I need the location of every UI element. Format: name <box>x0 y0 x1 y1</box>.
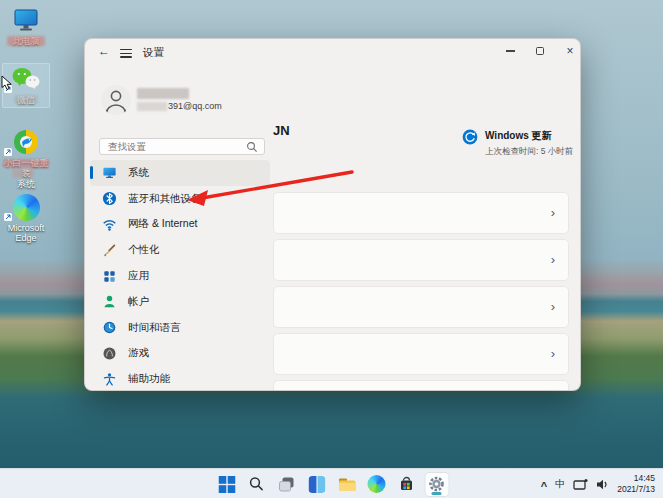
account-email: 391@qq.com <box>137 101 222 111</box>
this-pc-label: 此电脑 <box>0 36 52 46</box>
desktop-icon-this-pc[interactable]: 此电脑 <box>0 8 52 46</box>
email-prefix-censored <box>137 102 167 111</box>
chevron-right-icon: › <box>551 299 555 314</box>
sidebar-item-accessibility[interactable]: 辅助功能 <box>90 366 270 391</box>
bluetooth-icon <box>102 191 117 206</box>
edge-label-line1: Microsoft <box>0 223 52 233</box>
accessibility-person-icon <box>102 372 117 387</box>
settings-content-list: › › › › › <box>273 192 569 391</box>
windows-update-status[interactable]: Windows 更新 上次检查时间: 5 小时前 <box>462 129 573 158</box>
taskbar-clock[interactable]: 14:45 2021/7/13 <box>617 473 655 495</box>
widgets-icon <box>308 476 325 493</box>
settings-button[interactable] <box>425 473 448 496</box>
taskbar: ^ 中 14:45 2021/7/13 <box>0 468 663 498</box>
settings-window: ← 设置 × 391@qq.com <box>84 38 581 391</box>
chevron-right-icon: › <box>551 205 555 220</box>
ime-indicator[interactable]: 中 <box>555 477 565 491</box>
settings-list-item[interactable]: › <box>273 286 569 328</box>
person-icon <box>101 85 131 115</box>
start-button[interactable] <box>215 473 238 496</box>
edge-icon <box>368 475 386 493</box>
clock-icon <box>102 320 117 335</box>
sidebar-item-bluetooth-devices[interactable]: 蓝牙和其他设备 <box>90 186 270 212</box>
settings-list-item[interactable]: › <box>273 333 569 375</box>
sidebar-item-label: 个性化 <box>128 243 160 257</box>
minimize-button[interactable] <box>495 39 525 63</box>
edge-icon <box>0 194 52 221</box>
store-button[interactable] <box>395 473 418 496</box>
xiaobai-icon <box>0 128 52 156</box>
wechat-label: 微信 <box>0 95 52 105</box>
maximize-button[interactable] <box>525 39 555 63</box>
sidebar-item-time-language[interactable]: 时间和语言 <box>90 315 270 341</box>
taskbar-search-button[interactable] <box>245 473 268 496</box>
sidebar-item-label: 游戏 <box>128 346 149 360</box>
sidebar-item-personalization[interactable]: 个性化 <box>90 237 270 263</box>
shortcut-arrow-icon <box>4 85 12 93</box>
sidebar-item-accounts[interactable]: 帐户 <box>90 289 270 315</box>
user-avatar[interactable] <box>101 85 131 115</box>
shortcut-arrow-icon <box>4 148 12 156</box>
menu-icon[interactable] <box>120 49 132 58</box>
this-pc-icon <box>0 8 52 34</box>
widgets-button[interactable] <box>305 473 328 496</box>
settings-search-box[interactable] <box>99 138 265 155</box>
paintbrush-icon <box>102 243 117 258</box>
shortcut-arrow-icon <box>4 213 12 221</box>
account-person-icon <box>102 294 117 309</box>
xiaobai-label-line2: 系统 <box>0 179 52 189</box>
clock-time: 14:45 <box>617 473 655 484</box>
settings-sidebar: 系统 蓝牙和其他设备 网络 & Internet <box>90 160 270 391</box>
settings-list-item[interactable]: › <box>273 380 569 391</box>
settings-list-item[interactable]: › <box>273 239 569 281</box>
system-icon <box>102 165 117 180</box>
xbox-icon <box>102 346 117 361</box>
update-title: Windows 更新 <box>485 129 573 143</box>
desktop-screen: 此电脑 微信 <box>0 0 663 498</box>
desktop-icon-edge[interactable]: Microsoft Edge <box>0 194 52 244</box>
sidebar-item-network[interactable]: 网络 & Internet <box>90 212 270 238</box>
task-view-button[interactable] <box>275 473 298 496</box>
sidebar-item-label: 帐户 <box>128 295 149 309</box>
tray-expand-icon[interactable]: ^ <box>541 480 547 492</box>
sidebar-item-label: 时间和语言 <box>128 321 181 335</box>
clock-date: 2021/7/13 <box>617 484 655 495</box>
file-explorer-button[interactable] <box>335 473 358 496</box>
network-display-icon[interactable] <box>573 478 588 491</box>
search-icon <box>246 141 258 153</box>
sidebar-item-label: 系统 <box>128 166 149 180</box>
chevron-right-icon: › <box>551 252 555 267</box>
sidebar-item-label: 蓝牙和其他设备 <box>128 192 202 206</box>
folder-icon <box>337 476 356 493</box>
sidebar-item-label: 应用 <box>128 269 149 283</box>
settings-list-item[interactable]: › <box>273 192 569 234</box>
close-button[interactable]: × <box>555 39 581 63</box>
wifi-icon <box>102 217 117 232</box>
account-name-censored <box>137 88 189 99</box>
sidebar-item-gaming[interactable]: 游戏 <box>90 341 270 367</box>
apps-grid-icon <box>102 269 117 284</box>
windows-update-icon <box>462 129 478 145</box>
sidebar-item-label: 网络 & Internet <box>128 217 197 231</box>
desktop-icon-xiaobai[interactable]: 小白一键重装 系统 <box>0 128 52 189</box>
sidebar-item-apps[interactable]: 应用 <box>90 263 270 289</box>
window-title: 设置 <box>143 46 164 60</box>
sidebar-item-label: 辅助功能 <box>128 372 170 386</box>
update-status-text: 上次检查时间: 5 小时前 <box>485 146 573 158</box>
desktop-icon-wechat[interactable]: 微信 <box>0 66 52 105</box>
windows-logo-icon <box>218 476 235 493</box>
search-icon <box>249 476 265 492</box>
edge-button[interactable] <box>365 473 388 496</box>
volume-icon[interactable] <box>596 478 609 491</box>
store-bag-icon <box>398 475 416 493</box>
xiaobai-label-line1: 小白一键重装 <box>0 158 52 179</box>
task-view-icon <box>278 475 296 493</box>
chevron-right-icon: › <box>551 346 555 361</box>
back-button[interactable]: ← <box>98 44 110 58</box>
sidebar-item-system[interactable]: 系统 <box>90 160 270 186</box>
device-name-heading: JN <box>273 123 290 138</box>
wechat-icon <box>0 66 52 93</box>
gear-icon <box>428 475 446 493</box>
search-input[interactable] <box>100 141 246 152</box>
edge-label-line2: Edge <box>0 233 52 243</box>
